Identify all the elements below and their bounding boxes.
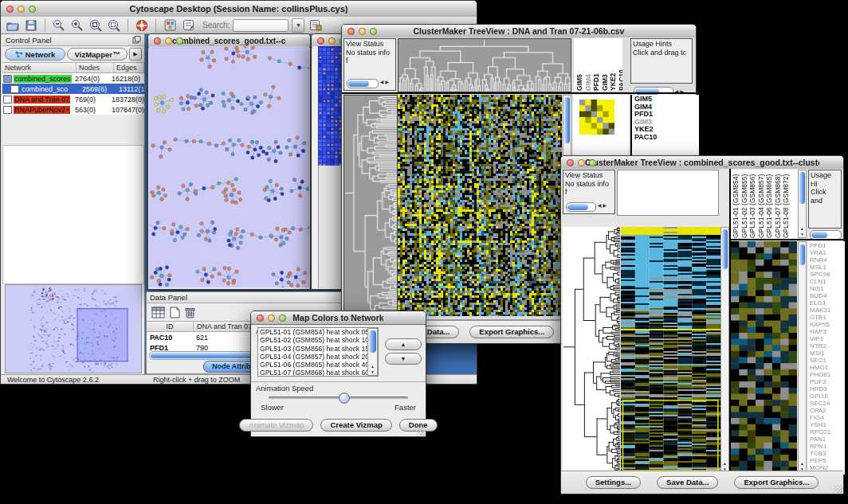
zoom-in-icon[interactable] [70, 18, 84, 33]
minimize-button[interactable] [359, 28, 366, 35]
create-vizmap-button[interactable]: Create Vizmap [320, 419, 391, 432]
map-dialog-footer: Animate Vizmap Create Vizmap Done [251, 419, 426, 432]
tv1-heatmap[interactable] [398, 95, 562, 316]
slider-thumb[interactable] [339, 393, 350, 404]
column-label: GPL51-04 (GSM857) [758, 170, 766, 238]
network-tree-table: Network Nodes Edges combined_scores 2764… [2, 62, 144, 115]
close-button[interactable] [257, 315, 264, 322]
attribute-list-item[interactable]: GPL51-03 (GSM856) heat shock 15 min [260, 345, 378, 353]
annotation-icon[interactable] [181, 18, 195, 33]
treeview-button[interactable]: Save Data... [657, 476, 718, 489]
tv2-genelist-vscrollbar[interactable]: ▲▼ [798, 241, 807, 473]
data-panel-title: Data Panel [150, 293, 187, 302]
zoom-button[interactable] [370, 28, 377, 35]
close-button[interactable] [317, 37, 324, 45]
attribute-list-item[interactable]: GPL51-02 (GSM855) heat shock 10 min [260, 336, 378, 344]
minimize-button[interactable] [165, 37, 172, 45]
close-button[interactable] [6, 6, 14, 13]
treeview-button[interactable]: Settings... [586, 476, 641, 489]
delete-attribute-icon[interactable] [185, 307, 195, 318]
search-input[interactable] [233, 19, 289, 32]
network-row[interactable]: combined_sco 2569(6) 13112(15) [2, 84, 144, 94]
network-row[interactable]: RNAPuberNov2+ 563(0) 107847(0) [2, 104, 144, 115]
faster-label: Faster [395, 403, 416, 412]
attribute-list-item[interactable]: GPL51-01 (GSM854) heat shock 05 min [260, 328, 378, 336]
zoom-button[interactable] [29, 6, 36, 13]
zoom-button[interactable] [279, 315, 286, 322]
minimize-button[interactable] [328, 37, 336, 45]
move-up-button[interactable]: ▲ [385, 338, 422, 350]
index-icon[interactable] [308, 18, 323, 33]
resize-grip[interactable] [834, 485, 842, 493]
network-table-header[interactable]: Network Nodes Edges [2, 63, 144, 73]
col-header-network[interactable]: Network [2, 63, 77, 72]
tab-vizmapper[interactable]: VizMapper™ [67, 48, 128, 61]
tv2-row-dendrogram[interactable] [563, 227, 620, 473]
close-button[interactable] [347, 28, 355, 35]
zoom-fit-icon[interactable] [88, 18, 103, 33]
zoom-out-icon[interactable] [52, 18, 66, 33]
zoom-button[interactable] [176, 37, 183, 45]
animation-speed-slider[interactable] [269, 397, 408, 399]
float-panel-icon[interactable] [132, 36, 141, 44]
save-icon[interactable] [24, 18, 38, 33]
tv2-gene-list[interactable]: PFD1YRA1RNR4MSL1SPC98CLN1NIS1BUD4ELG1MAK… [808, 241, 845, 475]
move-down-button[interactable]: ▼ [385, 353, 422, 365]
tv2-heatmap[interactable] [621, 227, 720, 473]
map-dialog-titlebar[interactable]: Map Colors to Network [251, 311, 426, 325]
network-row[interactable]: combined_scores 2764(0) 16218(0) [2, 73, 144, 84]
vizmapper-icon[interactable] [163, 18, 177, 33]
treeview2-titlebar[interactable]: ClusterMaker TreeView : combined_scores_… [561, 156, 843, 170]
tv1-status-scrollbar[interactable]: ◀▶ [347, 79, 379, 88]
network-view-canvas[interactable] [149, 46, 309, 287]
network-overview-canvas[interactable] [6, 285, 141, 373]
toolbar-separator [45, 19, 45, 32]
main-titlebar[interactable]: Cytoscape Desktop (Session Name: collins… [1, 1, 477, 18]
open-folder-icon[interactable] [6, 18, 20, 33]
treeview-button[interactable]: Export Graphics... [734, 476, 819, 489]
col-header-nodes[interactable]: Nodes [77, 63, 114, 72]
column-label: GIM4 [585, 38, 593, 91]
zoom-button[interactable] [589, 159, 596, 166]
tab-network[interactable]: Network [5, 48, 65, 61]
scroll-arrows-icon[interactable]: ▲▼ [368, 364, 377, 375]
close-button[interactable] [567, 159, 574, 166]
treeview-button[interactable]: Export Graphics... [469, 326, 554, 338]
attribute-table-icon[interactable] [151, 307, 165, 318]
tv2-heatmap-vscrollbar[interactable]: ▲▼ [720, 227, 729, 473]
resize-grip[interactable] [417, 428, 425, 436]
attribute-list-item[interactable]: GPL51-04 (GSM857) heat shock 20 min [260, 353, 378, 361]
tv2-column-labels[interactable]: GPL51-01 (GSM854)GPL51-02 (GSM855)GPL51-… [731, 170, 799, 238]
treeview1-titlebar[interactable]: ClusterMaker TreeView : DNA and Tran 07-… [342, 25, 696, 38]
minimize-button[interactable] [268, 315, 275, 322]
minimize-button[interactable] [578, 159, 585, 166]
network-name: DNA and Tran 07 [14, 96, 70, 104]
zoom-selected-icon[interactable] [107, 18, 121, 33]
tv1-row-dendrogram[interactable] [344, 95, 398, 318]
scroll-arrows-icon[interactable]: ▲▼ [799, 226, 806, 237]
network-overview-panel[interactable] [5, 284, 142, 373]
close-button[interactable] [154, 37, 161, 45]
tab-overflow-button[interactable]: ▶ [129, 48, 142, 61]
attribute-list-scrollbar[interactable]: ▲▼ [367, 328, 378, 376]
gene-label: MSI1 [810, 350, 843, 357]
network-row[interactable]: DNA and Tran 07 769(0) 183728(0) [2, 94, 144, 104]
attribute-list-item[interactable]: GPL51-06 (GSM865) heat shock 40 min [260, 361, 378, 369]
col-header-id[interactable]: ID [147, 322, 194, 331]
attribute-list[interactable]: GPL51-01 (GSM854) heat shock 05 minGPL51… [257, 327, 379, 377]
tv1-yellow-matrix[interactable] [579, 100, 614, 135]
tv2-labels-vscrollbar[interactable]: ▲▼ [798, 170, 807, 238]
attribute-list-item[interactable]: GPL51-07 (GSM868) heat shock 60 min [260, 369, 378, 377]
col-header-edges[interactable]: Edges [114, 63, 144, 72]
tv1-column-labels[interactable]: GIM5GIM4PFD1GIM3YKE2PAC10 [574, 38, 622, 91]
minimize-button[interactable] [18, 6, 25, 13]
tv1-column-dendrogram[interactable] [398, 38, 571, 92]
scroll-arrows-icon[interactable]: ◀▶ [380, 78, 391, 87]
help-lifering-icon[interactable] [135, 18, 149, 33]
new-attribute-icon[interactable] [170, 307, 180, 318]
search-dropdown-icon[interactable]: ▼ [292, 18, 304, 33]
scroll-arrows-icon[interactable]: ◀▶ [598, 201, 608, 210]
animate-vizmap-button[interactable]: Animate Vizmap [239, 419, 313, 432]
tv2-zoom-heatmap[interactable] [731, 241, 797, 473]
tv2-status-scrollbar[interactable]: ◀▶ [566, 202, 596, 212]
